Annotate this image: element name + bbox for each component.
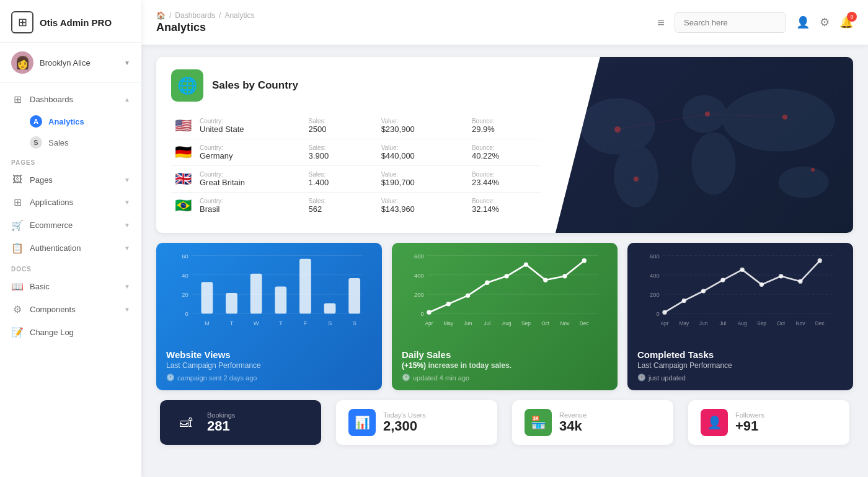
value-amount: $190,700 [381,178,464,187]
pages-icon: 🖼 [11,174,24,185]
svg-text:Nov: Nov [796,320,806,326]
followers-info: Followers +91 [735,411,764,434]
breadcrumb-dashboards: Dashboards [175,11,215,20]
daily-sales-subtitle: (+15%) increase in today sales. [402,361,608,370]
sidebar-logo: ⊞ Otis Admin PRO [0,0,141,43]
topbar: 🏠 / Dashboards / Analytics Analytics ≡ 👤… [141,0,868,45]
ecommerce-label: Ecommerce [30,221,118,230]
breadcrumb: 🏠 / Dashboards / Analytics Analytics [156,11,647,34]
svg-text:Nov: Nov [560,320,570,326]
svg-text:0: 0 [420,311,423,317]
followers-value: +91 [735,419,764,434]
bookings-icon: 🛋 [172,409,200,436]
svg-text:S: S [328,320,332,326]
search-input[interactable] [675,12,786,33]
daily-sales-chart: 600 400 200 0 [392,243,618,342]
applications-icon: ⊞ [11,196,24,208]
revenue-info: Revenue 34k [559,411,587,434]
svg-text:Sep: Sep [757,320,766,326]
breadcrumb-path: 🏠 / Dashboards / Analytics [156,11,647,20]
completed-tasks-subtitle: Last Campaign Performance [637,361,843,370]
svg-text:200: 200 [414,292,424,298]
components-label: Components [30,305,118,314]
sidebar-user[interactable]: 👩 Brooklyn Alice ▼ [0,43,141,83]
sidebar-item-basic[interactable]: 📖 Basic ▼ [0,275,141,298]
sidebar-item-changelog[interactable]: 📝 Change Log [0,321,141,344]
country-name: United State [200,125,301,134]
sidebar-item-dashboards[interactable]: ⊞ Dashboards ▲ [0,88,141,111]
country-table: 🇺🇸 Country: United State Sales: 2500 Val… [171,113,541,219]
svg-point-2 [614,145,658,207]
notification-bell[interactable]: 🔔 9 [839,15,853,29]
sales-label: Sales: [309,171,374,178]
changelog-label: Change Log [30,328,130,337]
svg-point-70 [662,310,666,315]
svg-text:Aug: Aug [738,320,747,326]
sidebar-item-components[interactable]: ⚙ Components ▼ [0,298,141,321]
daily-sales-title: Daily Sales [402,349,608,360]
value-label: Value: [381,144,464,151]
svg-text:0: 0 [185,311,188,317]
svg-text:40: 40 [182,273,188,279]
svg-text:T: T [230,320,234,326]
svg-text:Dec: Dec [580,320,589,326]
sales-by-country-card: 🌐 Sales by Country 🇺🇸 Country: United St… [156,57,853,233]
breadcrumb-sep1: / [169,11,171,20]
svg-point-71 [682,299,686,303]
svg-point-76 [779,274,783,278]
pages-chevron-icon: ▼ [124,177,130,183]
sales-label: Sales: [309,118,374,125]
sidebar-item-authentication[interactable]: 📋 Authentication ▼ [0,237,141,260]
value-label: Value: [381,118,464,125]
website-views-title: Website Views [166,349,372,360]
pages-section-label: PAGES [0,153,141,168]
authentication-label: Authentication [30,243,118,253]
line-chart-svg: 600 400 200 0 [399,249,610,339]
menu-icon[interactable]: ≡ [657,15,665,30]
svg-text:T: T [279,320,283,326]
svg-rect-26 [299,259,311,314]
clock-icon2: 🕐 [402,374,410,382]
sidebar-item-applications[interactable]: ⊞ Applications ▼ [0,191,141,214]
svg-rect-23 [226,293,237,313]
svg-text:0: 0 [656,311,659,317]
components-chevron-icon: ▼ [124,306,130,313]
svg-text:600: 600 [414,253,424,260]
svg-point-50 [543,278,547,282]
card-header: 🌐 Sales by Country [171,69,541,102]
user-profile-icon[interactable]: 👤 [796,15,810,29]
value-amount: $230,900 [381,125,464,134]
sales-label: Sales: [309,198,374,204]
svg-point-11 [811,168,815,172]
sidebar-item-sales[interactable]: S Sales [0,132,141,153]
country-flag: 🇧🇷 [175,198,192,213]
svg-text:60: 60 [182,253,188,260]
completed-tasks-chart: 600 400 200 0 [627,243,853,342]
sidebar-item-ecommerce[interactable]: 🛒 Ecommerce ▼ [0,214,141,237]
sidebar-item-analytics[interactable]: A Analytics [0,111,141,132]
value-amount: $440,000 [381,151,464,160]
country-label: Country: [200,198,301,204]
settings-icon[interactable]: ⚙ [820,15,830,29]
sidebar-item-pages[interactable]: 🖼 Pages ▼ [0,168,141,191]
svg-text:Jun: Jun [699,320,708,326]
svg-point-4 [692,133,735,195]
daily-sales-subtitle-text: increase in today sales. [428,361,512,370]
bounce-rate: 23.44% [472,178,537,187]
bounce-rate: 29.9% [472,125,537,134]
bounce-rate: 32.14% [472,204,537,214]
analytics-sub-letter: A [30,115,42,128]
website-views-subtitle: Last Campaign Performance [166,361,372,370]
daily-sales-badge: (+15%) [402,361,426,370]
stats-row: 🛋 Bookings 281 📊 Today's Users 2,300 🏪 R… [156,400,853,445]
breadcrumb-analytics: Analytics [224,11,254,20]
website-views-footer: 🕐 campaign sent 2 days ago [166,374,372,382]
svg-text:Sep: Sep [521,320,531,326]
svg-text:600: 600 [650,253,660,260]
page-title: Analytics [156,21,647,34]
website-views-info: Website Views Last Campaign Performance … [156,342,382,390]
svg-point-73 [720,278,725,282]
logo-text: Otis Admin PRO [40,17,112,28]
sales-value: 3.900 [309,151,374,160]
notification-badge: 9 [847,12,857,22]
